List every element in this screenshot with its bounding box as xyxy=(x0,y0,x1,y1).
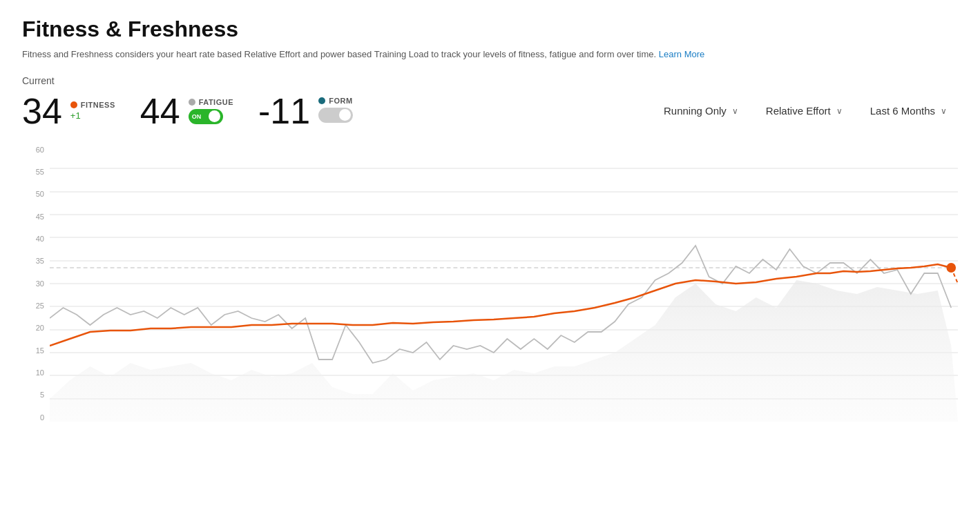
chart-canvas: 34 xyxy=(50,146,958,422)
fatigue-toggle-container: ON xyxy=(189,109,233,124)
y-label-35: 35 xyxy=(22,257,50,265)
y-label-5: 5 xyxy=(22,391,50,399)
time-period-dropdown[interactable]: Last 6 Months ∨ xyxy=(859,99,958,122)
fitness-value: 34 xyxy=(22,93,62,129)
y-label-60: 60 xyxy=(22,146,50,154)
form-value: -11 xyxy=(258,93,310,129)
y-label-15: 15 xyxy=(22,346,50,355)
form-label: FORM xyxy=(318,97,353,105)
fatigue-label: FATIGUE xyxy=(189,98,233,106)
y-label-0: 0 xyxy=(22,413,50,422)
fatigue-dot xyxy=(189,99,195,106)
y-label-30: 30 xyxy=(22,279,50,288)
fatigue-metric: 44 FATIGUE ON xyxy=(140,93,233,129)
y-label-20: 20 xyxy=(22,324,50,332)
area-fill xyxy=(50,280,958,422)
fitness-dot xyxy=(70,101,77,108)
activity-type-dropdown[interactable]: Running Only ∨ xyxy=(653,99,749,122)
metrics-row: 34 FITNESS +1 44 FATIGUE ON -11 xyxy=(22,93,958,129)
current-label: Current xyxy=(22,75,958,86)
toggle-circle xyxy=(209,110,220,122)
y-label-55: 55 xyxy=(22,168,50,176)
fatigue-info: FATIGUE ON xyxy=(189,98,233,124)
y-axis: 0 5 10 15 20 25 30 35 40 45 50 55 60 xyxy=(22,146,50,422)
effort-type-chevron: ∨ xyxy=(836,106,843,116)
effort-type-label: Relative Effort xyxy=(766,105,831,117)
fitness-label: FITNESS xyxy=(70,101,115,109)
form-toggle-circle xyxy=(339,109,351,121)
y-label-45: 45 xyxy=(22,213,50,221)
subtitle: Fitness and Freshness considers your hea… xyxy=(22,48,958,61)
fitness-change: +1 xyxy=(70,110,115,121)
page-title: Fitness & Freshness xyxy=(22,17,958,42)
activity-type-chevron: ∨ xyxy=(732,106,738,116)
y-label-10: 10 xyxy=(22,368,50,377)
learn-more-link[interactable]: Learn More xyxy=(659,49,704,59)
form-toggle[interactable] xyxy=(318,108,353,123)
y-label-50: 50 xyxy=(22,190,50,198)
form-dot xyxy=(318,97,325,104)
form-info: FORM xyxy=(318,97,353,126)
time-period-label: Last 6 Months xyxy=(870,105,935,117)
effort-type-dropdown[interactable]: Relative Effort ∨ xyxy=(755,99,854,122)
time-period-chevron: ∨ xyxy=(941,106,947,116)
fitness-metric: 34 FITNESS +1 xyxy=(22,93,115,129)
fitness-current-dot xyxy=(946,263,956,273)
controls-right: Running Only ∨ Relative Effort ∨ Last 6 … xyxy=(653,99,958,122)
fatigue-value: 44 xyxy=(140,93,180,129)
y-label-25: 25 xyxy=(22,302,50,310)
y-label-40: 40 xyxy=(22,235,50,243)
fatigue-toggle[interactable]: ON xyxy=(189,109,223,124)
fitness-info: FITNESS +1 xyxy=(70,101,115,121)
form-metric: -11 FORM xyxy=(258,93,353,129)
toggle-on-label: ON xyxy=(192,113,202,120)
activity-type-label: Running Only xyxy=(664,105,727,117)
chart-area: 0 5 10 15 20 25 30 35 40 45 50 55 60 xyxy=(22,146,958,442)
form-toggle-container xyxy=(318,108,353,126)
chart-svg: 34 xyxy=(50,146,958,422)
